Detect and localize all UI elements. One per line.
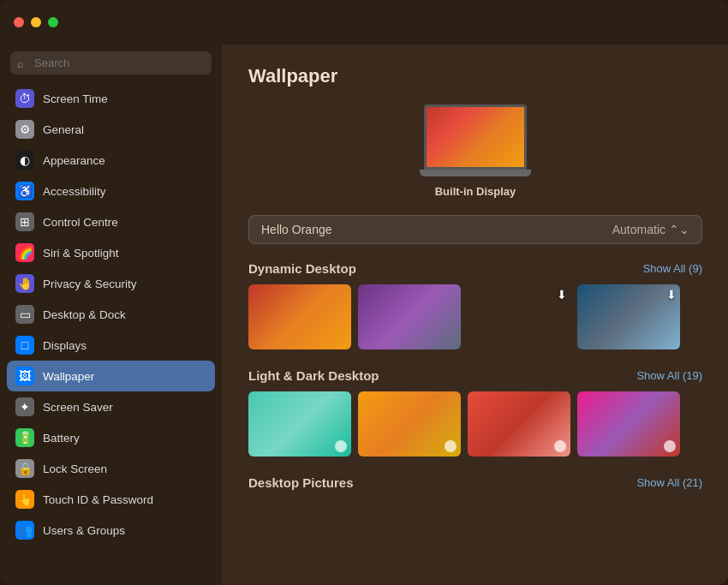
light-dark-show-all[interactable]: Show All (19)	[636, 369, 702, 382]
wallpaper-thumb-ld2[interactable]	[358, 391, 461, 457]
sidebar-label-general: General	[43, 123, 84, 136]
sidebar-item-displays[interactable]: □Displays	[7, 330, 215, 361]
sidebar-icon-screen-saver: ✦	[15, 397, 34, 416]
sidebar-icon-general: ⚙	[15, 120, 34, 139]
sidebar-item-siri-spotlight[interactable]: 🌈Siri & Spotlight	[7, 237, 215, 268]
content-area: ⌕ ⏱Screen Time⚙General◐Appearance♿Access…	[0, 45, 728, 585]
wallpaper-thumb-dd2[interactable]	[358, 284, 461, 349]
sidebar-item-touch-id-password[interactable]: 👆Touch ID & Password	[7, 484, 215, 515]
display-label: Built-in Display	[435, 185, 516, 198]
desktop-pictures-section: Desktop Pictures Show All (21)	[248, 475, 702, 490]
wallpaper-thumb-dd4[interactable]: ⬇	[577, 284, 680, 349]
sidebar-item-desktop-dock[interactable]: ▭Desktop & Dock	[7, 299, 215, 330]
sidebar-label-lock-screen: Lock Screen	[43, 463, 107, 475]
search-input[interactable]	[10, 51, 212, 75]
sidebar-icon-desktop-dock: ▭	[15, 305, 34, 324]
dynamic-desktop-header: Dynamic Desktop Show All (9)	[248, 261, 702, 276]
wallpaper-thumb-dd3[interactable]: ⬇ Monterey Graphic	[468, 284, 570, 349]
display-preview: Built-in Display	[248, 104, 702, 198]
sidebar-label-displays: Displays	[43, 339, 87, 352]
wallpaper-thumb-ld3[interactable]	[468, 391, 570, 457]
desktop-pictures-header: Desktop Pictures Show All (21)	[248, 475, 702, 490]
sidebar-icon-screen-time: ⏱	[15, 89, 34, 108]
wallpaper-thumb-dd1[interactable]	[248, 284, 351, 349]
sidebar-item-privacy-security[interactable]: 🤚Privacy & Security	[7, 268, 215, 299]
sidebar-item-accessibility[interactable]: ♿Accessibility	[7, 176, 215, 206]
sidebar-label-touch-id-password: Touch ID & Password	[43, 493, 153, 506]
sidebar-label-privacy-security: Privacy & Security	[43, 278, 137, 290]
dynamic-desktop-show-all[interactable]: Show All (9)	[643, 262, 702, 275]
sidebar-label-accessibility: Accessibility	[43, 185, 106, 198]
page-title: Wallpaper	[248, 65, 702, 87]
sidebar-item-wallpaper[interactable]: 🖼Wallpaper	[7, 361, 215, 391]
sidebar-icon-battery: 🔋	[15, 428, 34, 447]
system-preferences-window: ⌕ ⏱Screen Time⚙General◐Appearance♿Access…	[0, 0, 728, 585]
sidebar-item-screen-time[interactable]: ⏱Screen Time	[7, 83, 215, 114]
maximize-button[interactable]	[48, 17, 58, 27]
sidebar-label-screen-saver: Screen Saver	[43, 401, 113, 414]
sidebar-item-battery[interactable]: 🔋Battery	[7, 422, 215, 453]
close-button[interactable]	[14, 17, 24, 27]
sidebar-icon-appearance: ◐	[15, 151, 34, 170]
wallpaper-thumb-ld1[interactable]	[248, 391, 351, 457]
wallpaper-selector-dropdown[interactable]: Hello Orange Automatic ⌃⌄	[248, 215, 702, 244]
sidebar-label-siri-spotlight: Siri & Spotlight	[43, 247, 119, 260]
dynamic-desktop-title: Dynamic Desktop	[248, 261, 356, 276]
light-dark-title: Light & Dark Desktop	[248, 368, 379, 383]
download-icon-dd3: ⬇	[557, 288, 567, 301]
wallpaper-thumb-ld4[interactable]	[577, 391, 680, 457]
main-content: Wallpaper Built-in Display Hello Orange …	[223, 45, 728, 585]
sun-icon-ld3	[554, 440, 566, 452]
light-dark-grid	[248, 391, 702, 457]
sidebar-label-screen-time: Screen Time	[43, 93, 108, 105]
sidebar-icon-wallpaper: 🖼	[15, 367, 34, 385]
desktop-pictures-show-all[interactable]: Show All (21)	[636, 476, 702, 489]
wallpaper-mode: Automatic ⌃⌄	[612, 223, 689, 236]
light-dark-header: Light & Dark Desktop Show All (19)	[248, 368, 702, 383]
sun-icon-ld1	[335, 440, 347, 452]
sidebar-icon-siri-spotlight: 🌈	[15, 243, 34, 262]
sidebar-label-desktop-dock: Desktop & Dock	[43, 308, 126, 321]
search-wrapper: ⌕	[10, 51, 212, 75]
sidebar-icon-users-groups: 👥	[15, 521, 34, 540]
sidebar-list: ⏱Screen Time⚙General◐Appearance♿Accessib…	[0, 83, 222, 585]
download-icon-dd4: ⬇	[666, 288, 677, 301]
dynamic-desktop-section: Dynamic Desktop Show All (9) ⬇ Monterey …	[248, 261, 702, 349]
sidebar-icon-touch-id-password: 👆	[15, 490, 34, 509]
sidebar-label-battery: Battery	[43, 432, 80, 445]
wallpaper-name: Hello Orange	[261, 223, 332, 236]
light-dark-section: Light & Dark Desktop Show All (19)	[248, 368, 702, 457]
sidebar-icon-control-centre: ⊞	[15, 212, 34, 231]
search-container: ⌕	[0, 45, 222, 83]
sidebar: ⌕ ⏱Screen Time⚙General◐Appearance♿Access…	[0, 45, 223, 585]
sidebar-item-lock-screen[interactable]: 🔒Lock Screen	[7, 453, 215, 484]
sun-icon-ld2	[445, 440, 456, 452]
sidebar-icon-accessibility: ♿	[15, 182, 34, 200]
laptop-base	[420, 170, 531, 176]
sidebar-item-screen-saver[interactable]: ✦Screen Saver	[7, 391, 215, 422]
laptop-screen	[424, 104, 527, 170]
chevron-updown-icon: ⌃⌄	[669, 223, 689, 236]
sidebar-label-wallpaper: Wallpaper	[43, 370, 94, 383]
sidebar-label-users-groups: Users & Groups	[43, 524, 125, 537]
sidebar-item-general[interactable]: ⚙General	[7, 114, 215, 145]
sidebar-label-appearance: Appearance	[43, 154, 105, 167]
sidebar-icon-privacy-security: 🤚	[15, 274, 34, 293]
sidebar-label-control-centre: Control Centre	[43, 216, 118, 229]
minimize-button[interactable]	[31, 17, 41, 27]
sidebar-icon-lock-screen: 🔒	[15, 459, 34, 478]
dynamic-desktop-grid: ⬇ Monterey Graphic ⬇	[248, 284, 702, 349]
sun-icon-ld4	[664, 440, 676, 452]
laptop-container	[420, 104, 531, 176]
titlebar	[0, 0, 728, 45]
sidebar-icon-displays: □	[15, 336, 34, 355]
sidebar-item-appearance[interactable]: ◐Appearance	[7, 145, 215, 176]
desktop-pictures-title: Desktop Pictures	[248, 475, 354, 490]
sidebar-item-users-groups[interactable]: 👥Users & Groups	[7, 515, 215, 546]
sidebar-item-control-centre[interactable]: ⊞Control Centre	[7, 206, 215, 237]
